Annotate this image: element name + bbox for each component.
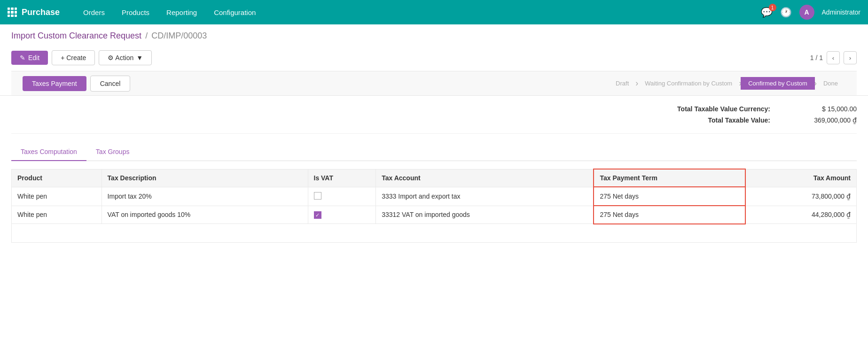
taxes-table: Product Tax Description Is VAT Tax Accou… (11, 169, 857, 243)
cell-is-vat-1 (308, 187, 376, 206)
create-label: + Create (61, 54, 86, 62)
taxes-payment-button[interactable]: Taxes Payment (23, 76, 86, 91)
pipeline-steps: Draft › Waiting Confirmation by Custom ›… (608, 77, 845, 90)
col-header-is-vat: Is VAT (308, 169, 376, 187)
cell-tax-amount-2: 44,280,000 ₫ (745, 206, 856, 224)
menu-configuration[interactable]: Configuration (205, 0, 264, 24)
cell-tax-account-1: 3333 Import and export tax (376, 187, 594, 206)
action-button[interactable]: ⚙ Action ▼ (99, 50, 152, 65)
breadcrumb-bar: Import Custom Clearance Request / CD/IMP… (0, 24, 868, 96)
checkbox-checked-2[interactable]: ✓ (314, 211, 321, 219)
edit-label: Edit (28, 54, 39, 62)
summary-row-currency: Total Taxable Value Currency: $ 15,000.0… (677, 105, 857, 113)
col-header-tax-amount: Tax Amount (745, 169, 856, 187)
total-taxable-currency-label: Total Taxable Value Currency: (677, 105, 770, 113)
menu-products[interactable]: Products (113, 0, 158, 24)
menu-orders[interactable]: Orders (75, 0, 113, 24)
breadcrumb-main[interactable]: Import Custom Clearance Request (11, 31, 141, 41)
notification-count: 1 (769, 4, 776, 11)
action-label: ⚙ Action (108, 54, 133, 62)
cell-is-vat-2: ✓ (308, 206, 376, 224)
breadcrumb-separator: / (145, 31, 148, 41)
table-row-empty (12, 224, 857, 243)
pipeline-done: Done (816, 77, 845, 90)
nav-right-area: 💬 1 🕐 A Administrator (761, 5, 860, 20)
cell-tax-desc-2: VAT on imported goods 10% (102, 206, 308, 224)
total-taxable-label: Total Taxable Value: (708, 116, 770, 124)
breadcrumb: Import Custom Clearance Request / CD/IMP… (11, 31, 857, 41)
create-button[interactable]: + Create (52, 50, 95, 65)
menu-reporting[interactable]: Reporting (158, 0, 205, 24)
edit-button[interactable]: ✎ Edit (11, 51, 48, 65)
col-header-tax-account: Tax Account (376, 169, 594, 187)
prev-button[interactable]: ‹ (827, 51, 840, 64)
checkbox-unchecked-1[interactable] (314, 192, 321, 200)
tabs-bar: Taxes Computation Tax Groups (11, 143, 857, 161)
cell-tax-desc-1: Import tax 20% (102, 187, 308, 206)
table-row: White pen VAT on imported goods 10% ✓ 33… (12, 206, 857, 224)
cell-payment-term-1: 275 Net days (594, 187, 745, 206)
summary-section: Total Taxable Value Currency: $ 15,000.0… (11, 96, 857, 134)
notification-bell[interactable]: 💬 1 (761, 7, 773, 18)
avatar[interactable]: A (799, 5, 814, 20)
summary-row-taxable: Total Taxable Value: 369,000,000 ₫ (708, 116, 857, 124)
cancel-button[interactable]: Cancel (90, 76, 131, 92)
clock-icon[interactable]: 🕐 (780, 7, 792, 18)
page-info: 1 / 1 (810, 54, 823, 62)
pagination-area: 1 / 1 ‹ › (810, 51, 857, 64)
chevron-down-icon: ▼ (136, 54, 143, 62)
admin-name[interactable]: Administrator (822, 8, 860, 16)
pipeline-waiting: Waiting Confirmation by Custom (637, 77, 740, 90)
app-name[interactable]: Purchase (22, 8, 60, 17)
top-navigation: Purchase Orders Products Reporting Confi… (0, 0, 868, 24)
main-content: Total Taxable Value Currency: $ 15,000.0… (0, 96, 868, 254)
app-logo[interactable]: Purchase (8, 8, 71, 17)
next-button[interactable]: › (844, 51, 857, 64)
total-taxable-value: 369,000,000 ₫ (782, 116, 857, 124)
breadcrumb-sub: CD/IMP/00003 (151, 31, 207, 41)
cell-payment-term-2: 275 Net days (594, 206, 745, 224)
edit-icon: ✎ (20, 54, 25, 62)
status-bar: Taxes Payment Cancel Draft › Waiting Con… (11, 71, 857, 95)
total-taxable-currency-value: $ 15,000.00 (782, 105, 857, 113)
nav-grid: Purchase Orders Products Reporting Confi… (8, 0, 860, 24)
cell-tax-amount-1: 73,800,000 ₫ (745, 187, 856, 206)
col-header-product: Product (12, 169, 102, 187)
cell-product-1: White pen (12, 187, 102, 206)
main-menu: Orders Products Reporting Configuration (75, 0, 760, 24)
pipeline-confirmed: Confirmed by Custom (741, 77, 815, 90)
table-row: White pen Import tax 20% 3333 Import and… (12, 187, 857, 206)
tab-tax-groups[interactable]: Tax Groups (86, 143, 139, 161)
cell-tax-account-2: 33312 VAT on imported goods (376, 206, 594, 224)
pipeline-draft: Draft (608, 77, 636, 90)
grid-icon (8, 8, 17, 17)
tab-taxes-computation[interactable]: Taxes Computation (11, 143, 86, 161)
table-header-row: Product Tax Description Is VAT Tax Accou… (12, 169, 857, 187)
col-header-tax-payment-term: Tax Payment Term (594, 169, 745, 187)
toolbar: ✎ Edit + Create ⚙ Action ▼ 1 / 1 ‹ › (11, 46, 857, 71)
cell-product-2: White pen (12, 206, 102, 224)
col-header-tax-description: Tax Description (102, 169, 308, 187)
